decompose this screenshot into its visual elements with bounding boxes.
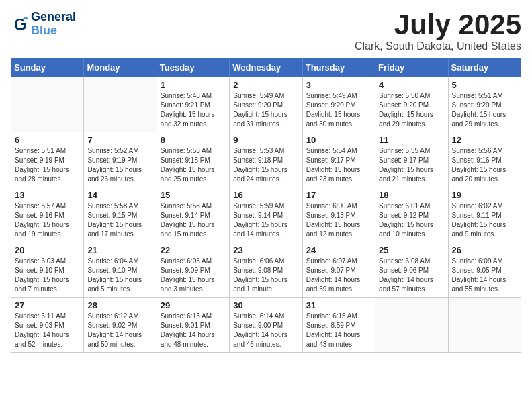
calendar-cell: 27Sunrise: 6:11 AM Sunset: 9:03 PM Dayli… [11, 298, 84, 353]
day-info: Sunrise: 5:49 AM Sunset: 9:20 PM Dayligh… [233, 91, 298, 129]
calendar-cell: 15Sunrise: 5:58 AM Sunset: 9:14 PM Dayli… [157, 187, 229, 242]
day-info: Sunrise: 6:00 AM Sunset: 9:13 PM Dayligh… [306, 201, 371, 239]
day-info: Sunrise: 6:04 AM Sunset: 9:10 PM Dayligh… [87, 257, 152, 294]
calendar-cell: 1Sunrise: 5:48 AM Sunset: 9:21 PM Daylig… [157, 77, 229, 132]
day-number: 6 [15, 135, 80, 145]
day-number: 13 [15, 190, 80, 200]
title-block: July 2025 Clark, South Dakota, United St… [355, 11, 521, 52]
calendar-cell: 18Sunrise: 6:01 AM Sunset: 9:12 PM Dayli… [375, 187, 448, 242]
day-info: Sunrise: 5:50 AM Sunset: 9:20 PM Dayligh… [379, 91, 444, 129]
day-number: 9 [233, 135, 298, 145]
header-monday: Monday [84, 58, 157, 77]
day-number: 8 [161, 135, 226, 145]
day-number: 17 [306, 190, 371, 200]
calendar-cell: 25Sunrise: 6:08 AM Sunset: 9:06 PM Dayli… [375, 242, 448, 298]
day-number: 18 [379, 190, 444, 200]
day-info: Sunrise: 5:57 AM Sunset: 9:16 PM Dayligh… [15, 201, 80, 239]
calendar-cell: 30Sunrise: 6:14 AM Sunset: 9:00 PM Dayli… [230, 298, 302, 353]
day-number: 28 [87, 300, 152, 310]
day-number: 5 [452, 80, 517, 90]
header-thursday: Thursday [302, 58, 375, 77]
calendar-cell [375, 298, 448, 353]
day-number: 21 [87, 245, 152, 255]
calendar-cell: 10Sunrise: 5:54 AM Sunset: 9:17 PM Dayli… [302, 132, 375, 187]
day-info: Sunrise: 5:59 AM Sunset: 9:14 PM Dayligh… [233, 201, 298, 239]
day-number: 4 [379, 80, 444, 90]
day-number: 25 [379, 245, 444, 255]
calendar-week-3: 13Sunrise: 5:57 AM Sunset: 9:16 PM Dayli… [11, 187, 521, 242]
calendar-week-4: 20Sunrise: 6:03 AM Sunset: 9:10 PM Dayli… [11, 242, 521, 298]
day-info: Sunrise: 5:56 AM Sunset: 9:16 PM Dayligh… [452, 146, 517, 184]
calendar-cell: 3Sunrise: 5:49 AM Sunset: 9:20 PM Daylig… [302, 77, 375, 132]
day-number: 30 [233, 300, 298, 310]
day-info: Sunrise: 6:07 AM Sunset: 9:07 PM Dayligh… [306, 257, 371, 294]
calendar-cell: 21Sunrise: 6:04 AM Sunset: 9:10 PM Dayli… [84, 242, 157, 298]
day-info: Sunrise: 6:12 AM Sunset: 9:02 PM Dayligh… [87, 312, 152, 349]
calendar-cell: 22Sunrise: 6:05 AM Sunset: 9:09 PM Dayli… [157, 242, 229, 298]
day-info: Sunrise: 5:51 AM Sunset: 9:19 PM Dayligh… [15, 146, 80, 184]
day-info: Sunrise: 5:51 AM Sunset: 9:20 PM Dayligh… [452, 91, 517, 129]
location: Clark, South Dakota, United States [355, 40, 521, 52]
calendar-cell: 19Sunrise: 6:02 AM Sunset: 9:11 PM Dayli… [448, 187, 521, 242]
day-number: 16 [233, 190, 298, 200]
calendar-cell: 6Sunrise: 5:51 AM Sunset: 9:19 PM Daylig… [11, 132, 84, 187]
header-tuesday: Tuesday [157, 58, 229, 77]
header-friday: Friday [375, 58, 448, 77]
calendar-cell: 26Sunrise: 6:09 AM Sunset: 9:05 PM Dayli… [448, 242, 521, 298]
day-number: 31 [306, 300, 371, 310]
day-info: Sunrise: 5:53 AM Sunset: 9:18 PM Dayligh… [161, 146, 226, 184]
calendar-cell: 24Sunrise: 6:07 AM Sunset: 9:07 PM Dayli… [302, 242, 375, 298]
day-number: 24 [306, 245, 371, 255]
day-number: 29 [161, 300, 226, 310]
day-number: 27 [15, 300, 80, 310]
day-info: Sunrise: 5:55 AM Sunset: 9:17 PM Dayligh… [379, 146, 444, 184]
calendar-cell: 31Sunrise: 6:15 AM Sunset: 8:59 PM Dayli… [302, 298, 375, 353]
day-info: Sunrise: 6:08 AM Sunset: 9:06 PM Dayligh… [379, 257, 444, 294]
day-info: Sunrise: 5:58 AM Sunset: 9:14 PM Dayligh… [161, 201, 226, 239]
calendar-cell: 13Sunrise: 5:57 AM Sunset: 9:16 PM Dayli… [11, 187, 84, 242]
calendar-cell: 12Sunrise: 5:56 AM Sunset: 9:16 PM Dayli… [448, 132, 521, 187]
day-number: 2 [233, 80, 298, 90]
calendar-cell: 2Sunrise: 5:49 AM Sunset: 9:20 PM Daylig… [230, 77, 302, 132]
calendar-week-1: 1Sunrise: 5:48 AM Sunset: 9:21 PM Daylig… [11, 77, 521, 132]
day-info: Sunrise: 6:13 AM Sunset: 9:01 PM Dayligh… [161, 312, 226, 349]
calendar-cell: 28Sunrise: 6:12 AM Sunset: 9:02 PM Dayli… [84, 298, 157, 353]
header-wednesday: Wednesday [230, 58, 302, 77]
day-info: Sunrise: 5:48 AM Sunset: 9:21 PM Dayligh… [161, 91, 226, 129]
header-saturday: Saturday [448, 58, 521, 77]
day-number: 11 [379, 135, 444, 145]
calendar-week-2: 6Sunrise: 5:51 AM Sunset: 9:19 PM Daylig… [11, 132, 521, 187]
calendar-cell: 4Sunrise: 5:50 AM Sunset: 9:20 PM Daylig… [375, 77, 448, 132]
day-info: Sunrise: 6:11 AM Sunset: 9:03 PM Dayligh… [15, 312, 80, 349]
logo-icon [11, 15, 30, 34]
day-number: 3 [306, 80, 371, 90]
logo: General Blue [11, 11, 76, 38]
day-info: Sunrise: 5:54 AM Sunset: 9:17 PM Dayligh… [306, 146, 371, 184]
calendar-cell: 14Sunrise: 5:58 AM Sunset: 9:15 PM Dayli… [84, 187, 157, 242]
logo-text: General Blue [31, 11, 76, 38]
day-number: 1 [161, 80, 226, 90]
logo-line2: Blue [31, 24, 57, 37]
header-sunday: Sunday [11, 58, 84, 77]
day-number: 10 [306, 135, 371, 145]
day-number: 19 [452, 190, 517, 200]
day-number: 20 [15, 245, 80, 255]
day-number: 14 [87, 190, 152, 200]
day-info: Sunrise: 5:52 AM Sunset: 9:19 PM Dayligh… [87, 146, 152, 184]
page-header: General Blue July 2025 Clark, South Dako… [11, 11, 521, 52]
calendar: Sunday Monday Tuesday Wednesday Thursday… [11, 58, 521, 353]
day-info: Sunrise: 6:01 AM Sunset: 9:12 PM Dayligh… [379, 201, 444, 239]
calendar-cell: 16Sunrise: 5:59 AM Sunset: 9:14 PM Dayli… [230, 187, 302, 242]
day-number: 12 [452, 135, 517, 145]
day-info: Sunrise: 6:09 AM Sunset: 9:05 PM Dayligh… [452, 257, 517, 294]
calendar-cell: 17Sunrise: 6:00 AM Sunset: 9:13 PM Dayli… [302, 187, 375, 242]
calendar-cell: 8Sunrise: 5:53 AM Sunset: 9:18 PM Daylig… [157, 132, 229, 187]
day-number: 23 [233, 245, 298, 255]
calendar-header-row: Sunday Monday Tuesday Wednesday Thursday… [11, 58, 521, 77]
calendar-cell: 29Sunrise: 6:13 AM Sunset: 9:01 PM Dayli… [157, 298, 229, 353]
calendar-cell: 20Sunrise: 6:03 AM Sunset: 9:10 PM Dayli… [11, 242, 84, 298]
calendar-cell [84, 77, 157, 132]
calendar-cell: 9Sunrise: 5:53 AM Sunset: 9:18 PM Daylig… [230, 132, 302, 187]
day-number: 26 [452, 245, 517, 255]
calendar-cell: 5Sunrise: 5:51 AM Sunset: 9:20 PM Daylig… [448, 77, 521, 132]
